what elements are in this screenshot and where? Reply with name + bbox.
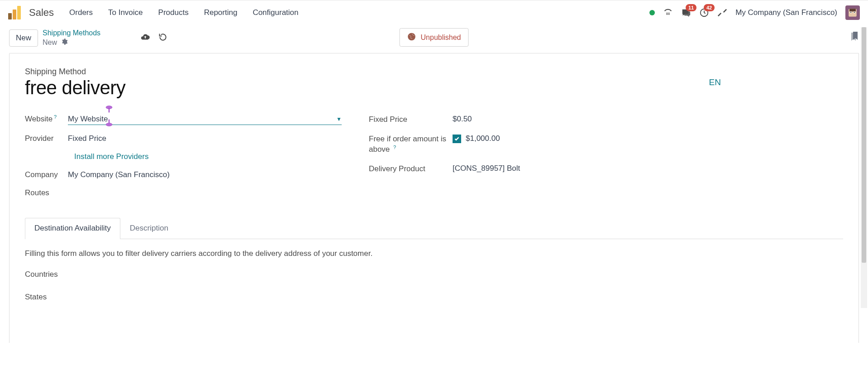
svg-rect-3 [666,14,667,14]
unpublished-button[interactable]: Unpublished [400,28,469,47]
label-website: Website? [25,115,68,124]
fixed-price-value[interactable]: $0.50 [453,115,686,124]
form-left-column: Website? My Website ▼ Provider Fixed Pri… [25,110,342,202]
sheet-label: Shipping Method [25,67,843,77]
top-navbar: Sales Orders To Invoice Products Reporti… [0,0,868,24]
breadcrumb-current: New [43,38,57,47]
website-value: My Website [68,115,108,124]
svg-rect-1 [668,13,668,14]
discard-icon[interactable] [158,33,167,43]
delivery-product-value[interactable]: [CONS_89957] Bolt [453,164,686,173]
bookmark-icon[interactable] [850,32,859,44]
navbar-left: Sales Orders To Invoice Products Reporti… [8,5,303,20]
breadcrumb-parent[interactable]: Shipping Methods [43,29,100,37]
label-company: Company [25,170,68,179]
nav-products[interactable]: Products [154,5,193,20]
dest-help-text: Filling this form allows you to filter d… [25,249,843,258]
nav-configuration[interactable]: Configuration [248,5,303,20]
website-dropdown[interactable]: My Website ▼ [68,115,342,125]
nav-to-invoice[interactable]: To Invoice [104,5,148,20]
svg-rect-5 [669,14,670,14]
help-icon[interactable]: ? [393,144,396,150]
control-bar: New Shipping Methods New Unpublished [0,24,868,53]
activities-badge: 42 [704,4,715,11]
text-cursor-top-icon [105,106,113,113]
debug-tools-icon[interactable] [717,8,727,18]
form-right-column: Fixed Price $0.50 Free if order amount i… [369,110,686,202]
label-free-if: Free if order amount is above ? [369,134,453,155]
gear-icon[interactable] [61,38,68,47]
svg-rect-16 [109,108,110,112]
label-countries: Countries [25,270,843,279]
messages-icon[interactable]: 11 [681,8,691,18]
svg-rect-9 [849,9,856,11]
tab-bar: Destination Availability Description [25,217,843,239]
help-icon[interactable]: ? [54,114,57,120]
presence-status-icon[interactable] [649,10,655,15]
free-if-checkbox[interactable] [453,135,461,143]
svg-rect-13 [854,12,855,13]
label-fixed-price: Fixed Price [369,115,453,125]
scrollbar[interactable] [861,27,867,308]
messages-badge: 11 [686,4,696,11]
breadcrumb: Shipping Methods New [43,29,100,47]
provider-value[interactable]: Fixed Price [68,134,342,143]
company-switcher[interactable]: My Company (San Francisco) [735,8,837,17]
label-states: States [25,293,843,302]
voip-icon[interactable] [663,8,673,18]
tab-destination-availability[interactable]: Destination Availability [25,218,120,239]
label-routes: Routes [25,188,68,197]
tab-content: Filling this form allows you to filter d… [25,239,843,302]
save-discard-group [140,32,167,43]
company-value[interactable]: My Company (San Francisco) [68,170,342,179]
globe-icon [407,32,416,43]
activities-icon[interactable]: 42 [699,8,709,18]
scrollbar-thumb[interactable] [862,27,866,263]
navbar-right: 11 42 My Company (San Francisco) [649,5,860,20]
user-avatar[interactable] [845,5,860,20]
svg-rect-12 [850,12,852,13]
new-button[interactable]: New [9,29,38,47]
tab-description[interactable]: Description [120,218,178,239]
svg-rect-2 [669,13,670,14]
app-name[interactable]: Sales [29,7,54,19]
record-title-input[interactable]: free delivery [25,77,125,98]
nav-orders[interactable]: Orders [65,5,97,20]
install-providers-link[interactable]: Install more Providers [74,152,148,161]
form-sheet: Shipping Method free delivery EN Website… [9,53,859,343]
svg-point-15 [106,106,112,109]
label-provider: Provider [25,134,68,143]
translate-button[interactable]: EN [709,77,843,87]
nav-reporting[interactable]: Reporting [200,5,242,20]
chevron-down-icon: ▼ [336,116,342,122]
svg-point-14 [408,33,415,41]
svg-rect-0 [666,13,667,14]
svg-rect-4 [668,14,668,14]
svg-rect-17 [109,120,110,124]
label-delivery-product: Delivery Product [369,164,453,174]
cloud-save-icon[interactable] [140,32,150,43]
app-logo-icon[interactable] [8,6,21,19]
free-if-amount[interactable]: $1,000.00 [466,134,500,143]
unpublished-label: Unpublished [421,34,461,42]
